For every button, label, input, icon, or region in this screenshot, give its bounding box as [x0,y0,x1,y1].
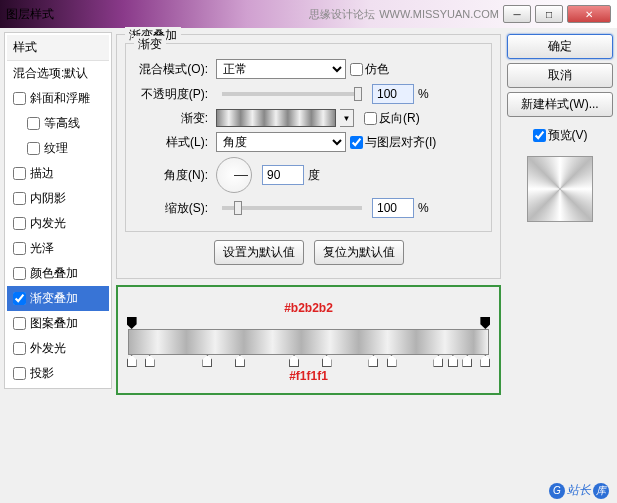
style-item-gradient-overlay[interactable]: 渐变叠加 [7,286,109,311]
style-select[interactable]: 角度 [216,132,346,152]
set-default-button[interactable]: 设置为默认值 [214,240,304,265]
dither-checkbox[interactable] [350,63,363,76]
watermark-icon-2: 库 [593,483,609,499]
checkbox-satin[interactable] [13,242,26,255]
dither-checkbox-wrap[interactable]: 仿色 [350,61,389,78]
subsection-title: 渐变 [134,36,166,53]
angle-unit: 度 [308,167,320,184]
styles-header[interactable]: 样式 [7,35,109,61]
minimize-button[interactable]: ─ [503,5,531,23]
gradient-preview-bar[interactable] [128,329,489,355]
bottom-color-label: #f1f1f1 [128,369,489,383]
checkbox-bevel[interactable] [13,92,26,105]
scale-slider[interactable] [222,206,362,210]
angle-label: 角度(N): [134,167,212,184]
blend-options-item[interactable]: 混合选项:默认 [7,61,109,86]
footer-watermark: G 站长 库 [549,482,609,499]
preview-checkbox[interactable] [533,129,546,142]
gradient-dropdown-arrow[interactable]: ▼ [340,109,354,127]
new-style-button[interactable]: 新建样式(W)... [507,92,613,117]
style-item-texture[interactable]: 纹理 [7,136,109,161]
watermark-url: WWW.MISSYUAN.COM [379,8,499,20]
percent-label-2: % [418,201,429,215]
checkbox-inner-shadow[interactable] [13,192,26,205]
checkbox-texture[interactable] [27,142,40,155]
angle-input[interactable] [262,165,304,185]
style-item-inner-shadow[interactable]: 内阴影 [7,186,109,211]
close-button[interactable]: ✕ [567,5,611,23]
checkbox-inner-glow[interactable] [13,217,26,230]
checkbox-pattern-overlay[interactable] [13,317,26,330]
checkbox-stroke[interactable] [13,167,26,180]
style-item-bevel[interactable]: 斜面和浮雕 [7,86,109,111]
align-checkbox[interactable] [350,136,363,149]
checkbox-outer-glow[interactable] [13,342,26,355]
opacity-slider[interactable] [222,92,362,96]
gradient-swatch[interactable] [216,109,336,127]
watermark-text: 思缘设计论坛 [309,7,375,22]
scale-input[interactable] [372,198,414,218]
maximize-button[interactable]: □ [535,5,563,23]
blend-options-label: 混合选项:默认 [13,65,88,82]
style-item-drop-shadow[interactable]: 投影 [7,361,109,386]
checkbox-drop-shadow[interactable] [13,367,26,380]
preview-label: 预览(V) [548,127,588,144]
preview-swatch [527,156,593,222]
style-item-pattern-overlay[interactable]: 图案叠加 [7,311,109,336]
style-item-stroke[interactable]: 描边 [7,161,109,186]
align-checkbox-wrap[interactable]: 与图层对齐(I) [350,134,436,151]
style-item-satin[interactable]: 光泽 [7,236,109,261]
window-titlebar: 图层样式 思缘设计论坛 WWW.MISSYUAN.COM ─ □ ✕ [0,0,617,28]
color-stops [128,355,489,367]
reverse-checkbox-wrap[interactable]: 反向(R) [364,110,420,127]
style-item-color-overlay[interactable]: 颜色叠加 [7,261,109,286]
style-item-inner-glow[interactable]: 内发光 [7,211,109,236]
style-item-outer-glow[interactable]: 外发光 [7,336,109,361]
cancel-button[interactable]: 取消 [507,63,613,88]
style-label: 样式(L): [134,134,212,151]
checkbox-gradient-overlay[interactable] [13,292,26,305]
opacity-stops [128,317,489,329]
checkbox-contour[interactable] [27,117,40,130]
angle-dial[interactable] [216,157,252,193]
reset-default-button[interactable]: 复位为默认值 [314,240,404,265]
checkbox-color-overlay[interactable] [13,267,26,280]
gradient-label: 渐变: [134,110,212,127]
scale-label: 缩放(S): [134,200,212,217]
watermark-icon: G [549,483,565,499]
blend-mode-label: 混合模式(O): [134,61,212,78]
button-panel: 确定 取消 新建样式(W)... 预览(V) [507,32,613,476]
gradient-annotation: #b2b2b2 [116,285,501,395]
top-color-label: #b2b2b2 [128,301,489,315]
preview-checkbox-wrap[interactable]: 预览(V) [507,127,613,144]
opacity-input[interactable] [372,84,414,104]
reverse-checkbox[interactable] [364,112,377,125]
opacity-label: 不透明度(P): [134,86,212,103]
styles-list-panel: 样式 混合选项:默认 斜面和浮雕 等高线 纹理 描边 内阴影 内发光 光泽 颜色… [4,32,112,476]
gradient-overlay-section: 渐变叠加 渐变 混合模式(O): 正常 仿色 不透明度(P): % [116,34,501,279]
blend-mode-select[interactable]: 正常 [216,59,346,79]
percent-label: % [418,87,429,101]
ok-button[interactable]: 确定 [507,34,613,59]
window-title: 图层样式 [6,6,54,23]
style-item-contour[interactable]: 等高线 [7,111,109,136]
